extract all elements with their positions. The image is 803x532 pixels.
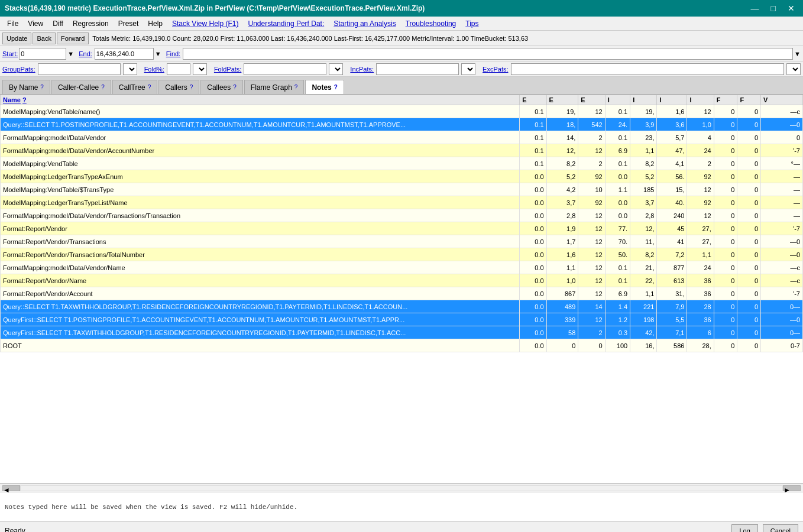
table-row[interactable]: QueryFirst::SELECT T1.TAXWITHHOLDGROUP,T… [1,326,803,339]
table-row[interactable]: Format:Report/Vendor/Transactions/TotalN… [1,248,803,261]
menu-view[interactable]: View [23,18,48,29]
tab-by-name-label: By Name [9,83,38,92]
menu-starting-analysis[interactable]: Starting an Analysis [329,18,400,29]
cell-i3: 4,1 [657,157,687,170]
find-input[interactable] [183,48,793,60]
menu-help[interactable]: Help [143,18,167,29]
table-row[interactable]: ModelMapping:LedgerTransTypeAxEnum0.05,2… [1,170,803,183]
tab-notes-help[interactable]: ? [334,84,338,90]
cell-e2: 14, [546,131,578,144]
table-row[interactable]: FormatMapping:model/Data/Vendor/Name0.01… [1,261,803,274]
cell-i2: 12, [630,222,657,235]
table-row[interactable]: ModelMapping:VendTable/$TransType0.04,21… [1,183,803,196]
grouppats-label[interactable]: GroupPats: [2,66,35,73]
cell-e3: 92 [578,196,605,209]
col-header-f2: F [737,95,761,105]
foldpct-select[interactable]: ▼ [193,63,207,75]
excpats-select[interactable]: ▼ [786,63,801,75]
cell-v: —c [761,105,803,118]
table-row[interactable]: Format:Report/Vendor/Name0.01,0120.122,6… [1,274,803,287]
foldpats-input[interactable] [244,63,326,75]
scrollbar-h[interactable]: ◄ ► [0,484,803,492]
menu-file[interactable]: File [2,18,23,29]
tab-notes[interactable]: Notes ? [305,80,344,94]
menu-diff[interactable]: Diff [48,18,68,29]
tab-calltree-help[interactable]: ? [148,84,151,90]
tab-callers-help[interactable]: ? [190,84,193,90]
menu-tips[interactable]: Tips [461,18,483,29]
tab-by-name-help[interactable]: ? [40,84,44,90]
end-input[interactable] [95,48,154,60]
end-label[interactable]: End: [79,50,92,57]
tab-flame-graph[interactable]: Flame Graph ? [244,80,305,94]
col-name-link[interactable]: Name [3,96,21,103]
tab-caller-callee-help[interactable]: ? [101,84,105,90]
foldpct-input[interactable] [167,63,190,75]
cell-v: —0 [761,118,803,131]
excpats-label[interactable]: ExcPats: [483,66,508,73]
log-button[interactable]: Log [731,524,757,533]
cancel-button[interactable]: Cancel [763,524,798,533]
cell-f2: 0 [737,313,761,326]
foldpats-label[interactable]: FoldPats: [214,66,241,73]
close-button[interactable]: ✕ [784,4,798,13]
table-row[interactable]: Query::SELECT T1.POSTINGPROFILE,T1.ACCOU… [1,118,803,131]
cell-f1: 0 [714,105,737,118]
table-row[interactable]: FormatMapping:model/Data/Vendor/Transact… [1,209,803,222]
tab-flame-graph-help[interactable]: ? [294,84,298,90]
table-row[interactable]: ModelMapping:VendTable/name()0.119,120.1… [1,105,803,118]
cell-e2: 3,7 [546,196,578,209]
forward-button[interactable]: Forward [57,33,89,44]
scrollbar-thumb-right[interactable]: ► [783,485,801,491]
cell-f2: 0 [737,235,761,248]
minimize-button[interactable]: — [747,4,763,13]
foldpats-select[interactable]: ▼ [329,63,343,75]
tab-callers[interactable]: Callers ? [158,80,199,94]
start-input[interactable] [19,48,66,60]
cell-name: Format:Report/Vendor/Account [1,287,520,300]
cell-f2: 0 [737,144,761,157]
cell-i4: 24 [687,144,714,157]
cell-e1: 0.0 [520,261,546,274]
table-row[interactable]: FormatMapping:model/Data/Vendor/AccountN… [1,144,803,157]
excpats-input[interactable] [511,63,784,75]
maximize-button[interactable]: □ [768,4,779,13]
table-row[interactable]: Query::SELECT T1.TAXWITHHOLDGROUP,T1.RES… [1,300,803,313]
tab-calltree[interactable]: CallTree ? [112,80,157,94]
scrollbar-track[interactable] [20,485,783,491]
cell-v: — [761,209,803,222]
incpats-label[interactable]: IncPats: [350,66,374,73]
grouppats-input[interactable] [38,63,121,75]
menu-troubleshooting[interactable]: Troubleshooting [401,18,461,29]
start-label[interactable]: Start: [2,50,18,57]
scrollbar-thumb-left[interactable]: ◄ [2,485,20,491]
table-row[interactable]: ROOT0.00010016,58628,000-7 [1,339,803,352]
table-row[interactable]: ModelMapping:VendTable0.18,220.18,24,120… [1,157,803,170]
table-row[interactable]: Format:Report/Vendor0.01,91277.12,4527,0… [1,222,803,235]
cell-i3: 47, [657,144,687,157]
tab-callees[interactable]: Callees ? [200,80,243,94]
table-row[interactable]: ModelMapping:LedgerTransTypeList/Name0.0… [1,196,803,209]
menu-regression[interactable]: Regression [68,18,114,29]
menu-understanding-perf[interactable]: Understanding Perf Dat: [244,18,329,29]
table-row[interactable]: Format:Report/Vendor/Account0.0867126.91… [1,287,803,300]
tab-callees-help[interactable]: ? [233,84,237,90]
menu-preset[interactable]: Preset [114,18,144,29]
foldpct-label[interactable]: Fold%: [144,66,164,73]
col-name-help[interactable]: ? [22,96,27,103]
update-button[interactable]: Update [2,33,31,44]
incpats-select[interactable]: ▼ [461,63,475,75]
table-row[interactable]: QueryFirst::SELECT T1.POSTINGPROFILE,T1.… [1,313,803,326]
find-label[interactable]: Find: [166,50,180,57]
table-row[interactable]: Format:Report/Vendor/Transactions0.01,71… [1,235,803,248]
table-row[interactable]: FormatMapping:model/Data/Vendor0.114,20.… [1,131,803,144]
menu-stack-view-help[interactable]: Stack View Help (F1) [167,18,243,29]
cell-i2: 198 [630,313,657,326]
back-button[interactable]: Back [33,33,55,44]
cell-f1: 0 [714,313,737,326]
grouppats-select[interactable]: ▼ [123,63,137,75]
tab-caller-callee[interactable]: Caller-Callee ? [51,80,111,94]
table-wrapper[interactable]: Name ? E E E I I I I F F V ModelMapping:… [0,95,803,484]
incpats-input[interactable] [376,63,459,75]
tab-by-name[interactable]: By Name ? [2,80,50,94]
